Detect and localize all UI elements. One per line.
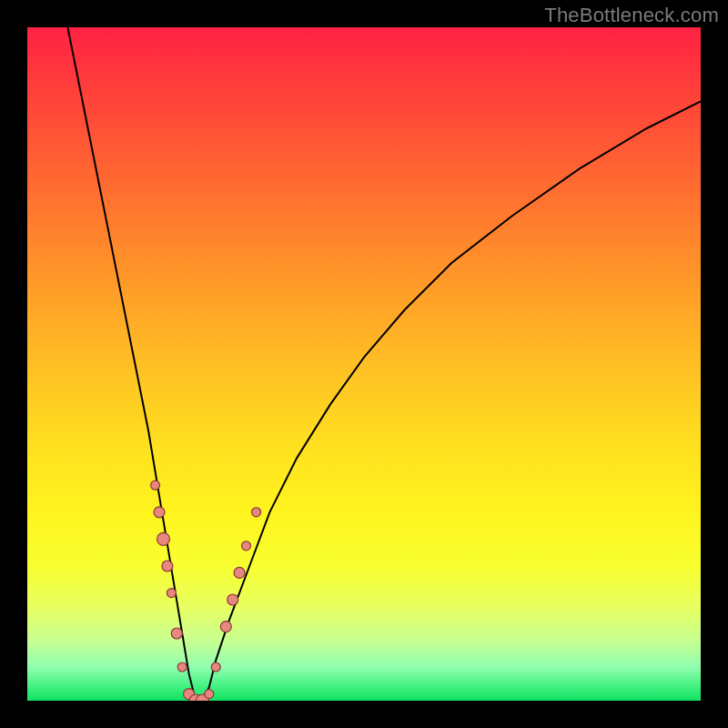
curve-marker [151, 480, 160, 490]
chart-svg [27, 27, 701, 701]
curve-marker [220, 622, 231, 632]
curve-marker [157, 532, 170, 545]
curve-marker [162, 561, 173, 571]
curve-marker [205, 690, 214, 699]
chart-frame: TheBottleneck.com [0, 0, 728, 728]
curve-marker [154, 507, 165, 518]
curve-marker [171, 628, 182, 639]
curve-marker [252, 508, 261, 517]
curve-marker [177, 662, 187, 672]
plot-area [27, 27, 701, 701]
curve-marker [167, 589, 176, 598]
watermark-text: TheBottleneck.com [544, 4, 719, 27]
curve-marker [234, 567, 245, 578]
curve-marker [211, 662, 220, 672]
marker-group [151, 480, 261, 701]
curve-marker [242, 541, 251, 551]
bottleneck-curve [67, 27, 701, 701]
curve-marker [228, 594, 238, 605]
